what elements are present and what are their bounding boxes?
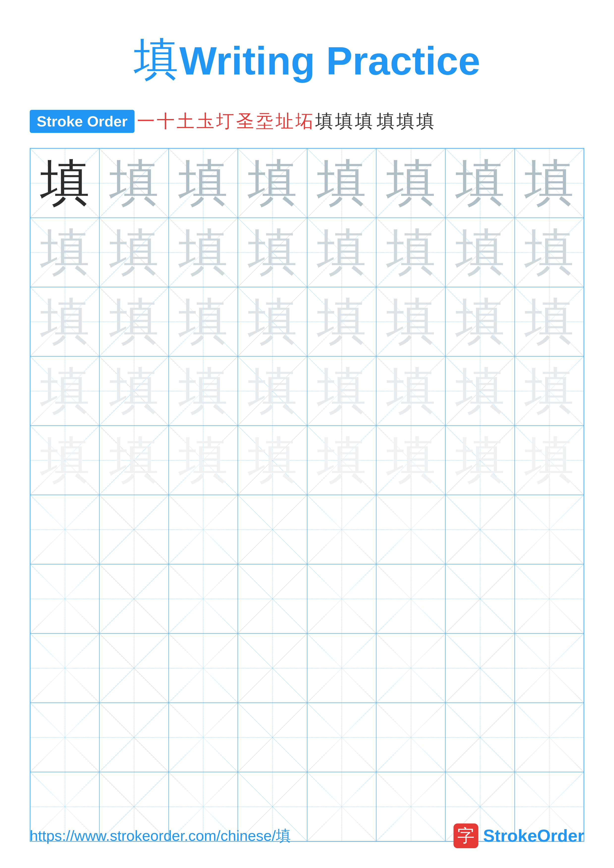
- grid-cell[interactable]: 填: [515, 426, 584, 495]
- grid-cell[interactable]: 填: [238, 287, 307, 356]
- grid-cell[interactable]: 填: [445, 287, 515, 356]
- grid-cell[interactable]: 填: [307, 356, 376, 426]
- cell-vline: [411, 495, 411, 564]
- grid-cell-empty[interactable]: [307, 634, 376, 703]
- cell-character: 填: [248, 158, 297, 208]
- grid-cell[interactable]: 填: [30, 426, 99, 495]
- stroke-5: 圢: [216, 109, 234, 133]
- footer-brand-name: StrokeOrder: [483, 826, 584, 846]
- cell-character: 填: [317, 366, 366, 416]
- grid-cell[interactable]: 填: [445, 218, 515, 287]
- grid-cell-empty[interactable]: [445, 703, 515, 772]
- grid-cell[interactable]: 填: [376, 287, 445, 356]
- grid-cell-empty[interactable]: [376, 495, 445, 564]
- grid-cell-empty[interactable]: [99, 703, 168, 772]
- grid-cell[interactable]: 填: [238, 218, 307, 287]
- cell-character: 填: [524, 436, 574, 485]
- grid-cell-empty[interactable]: [169, 564, 238, 634]
- grid-cell-empty[interactable]: [238, 634, 307, 703]
- grid-cell[interactable]: 填: [238, 356, 307, 426]
- grid-cell[interactable]: 填: [376, 356, 445, 426]
- grid-cell[interactable]: 填: [30, 287, 99, 356]
- cell-character: 填: [317, 297, 366, 346]
- grid-cell-empty[interactable]: [99, 495, 168, 564]
- grid-cell-empty[interactable]: [30, 564, 99, 634]
- grid-cell[interactable]: 填: [30, 149, 99, 218]
- grid-cell[interactable]: 填: [99, 426, 168, 495]
- cell-vline: [411, 564, 411, 633]
- grid-cell-empty[interactable]: [99, 564, 168, 634]
- cell-character: 填: [109, 158, 159, 208]
- cell-character: 填: [248, 228, 297, 277]
- grid-cell-empty[interactable]: [30, 703, 99, 772]
- grid-cell-empty[interactable]: [515, 495, 584, 564]
- grid-cell[interactable]: 填: [445, 356, 515, 426]
- grid-cell-empty[interactable]: [169, 703, 238, 772]
- grid-cell-empty[interactable]: [307, 564, 376, 634]
- grid-cell[interactable]: 填: [307, 426, 376, 495]
- grid-cell-empty[interactable]: [445, 564, 515, 634]
- cell-character: 填: [178, 297, 228, 346]
- grid-cell[interactable]: 填: [169, 356, 238, 426]
- grid-cell[interactable]: 填: [30, 218, 99, 287]
- grid-cell[interactable]: 填: [445, 426, 515, 495]
- cell-character: 填: [109, 366, 159, 416]
- grid-cell[interactable]: 填: [99, 218, 168, 287]
- grid-cell[interactable]: 填: [169, 426, 238, 495]
- grid-cell-empty[interactable]: [30, 495, 99, 564]
- grid-cell-empty[interactable]: [169, 495, 238, 564]
- grid-cell[interactable]: 填: [99, 356, 168, 426]
- grid-cell[interactable]: 填: [515, 356, 584, 426]
- cell-vline: [134, 634, 134, 702]
- grid-cell-empty[interactable]: [238, 495, 307, 564]
- grid-cell[interactable]: 填: [376, 218, 445, 287]
- cell-character: 填: [524, 297, 574, 346]
- grid-cell[interactable]: 填: [515, 287, 584, 356]
- grid-cell[interactable]: 填: [307, 149, 376, 218]
- grid-cell[interactable]: 填: [99, 149, 168, 218]
- cell-character: 填: [248, 436, 297, 485]
- grid-cell-empty[interactable]: [99, 634, 168, 703]
- grid-cell[interactable]: 填: [376, 149, 445, 218]
- cell-vline: [272, 703, 273, 772]
- grid-cell[interactable]: 填: [238, 149, 307, 218]
- cell-character: 填: [40, 436, 90, 485]
- grid-cell-empty[interactable]: [445, 495, 515, 564]
- stroke-7: 坖: [256, 109, 274, 133]
- grid-cell-empty[interactable]: [515, 634, 584, 703]
- grid-cell-empty[interactable]: [376, 634, 445, 703]
- cell-character: 填: [248, 297, 297, 346]
- grid-cell[interactable]: 填: [515, 218, 584, 287]
- grid-cell[interactable]: 填: [238, 426, 307, 495]
- grid-cell[interactable]: 填: [376, 426, 445, 495]
- cell-character: 填: [317, 436, 366, 485]
- grid-cell[interactable]: 填: [169, 218, 238, 287]
- grid-cell-empty[interactable]: [30, 634, 99, 703]
- stroke-order-row: Stroke Order 一 十 土 圡 圢 圣 坖 址 坧 填 填 填 填 填…: [30, 109, 584, 133]
- grid-cell[interactable]: 填: [169, 287, 238, 356]
- grid-cell[interactable]: 填: [445, 149, 515, 218]
- grid-cell-empty[interactable]: [307, 703, 376, 772]
- grid-cell-empty[interactable]: [238, 703, 307, 772]
- grid-cell[interactable]: 填: [169, 149, 238, 218]
- cell-vline: [203, 564, 204, 633]
- grid-cell[interactable]: 填: [515, 149, 584, 218]
- grid-cell-empty[interactable]: [445, 634, 515, 703]
- footer-url[interactable]: https://www.strokeorder.com/chinese/填: [30, 826, 291, 846]
- grid-cell-empty[interactable]: [307, 495, 376, 564]
- grid-cell-empty[interactable]: [515, 703, 584, 772]
- grid-cell-empty[interactable]: [169, 634, 238, 703]
- grid-cell-empty[interactable]: [515, 564, 584, 634]
- stroke-2: 十: [157, 109, 175, 133]
- stroke-8: 址: [276, 109, 294, 133]
- cell-character: 填: [386, 297, 436, 346]
- grid-cell-empty[interactable]: [376, 703, 445, 772]
- grid-cell[interactable]: 填: [99, 287, 168, 356]
- grid-cell[interactable]: 填: [307, 287, 376, 356]
- grid-cell[interactable]: 填: [30, 356, 99, 426]
- grid-cell-empty[interactable]: [238, 564, 307, 634]
- grid-cell-empty[interactable]: [376, 564, 445, 634]
- stroke-chars: 一 十 土 圡 圢 圣 坖 址 坧 填 填 填 填 填 填: [137, 109, 434, 133]
- stroke-order-badge: Stroke Order: [30, 110, 135, 133]
- grid-cell[interactable]: 填: [307, 218, 376, 287]
